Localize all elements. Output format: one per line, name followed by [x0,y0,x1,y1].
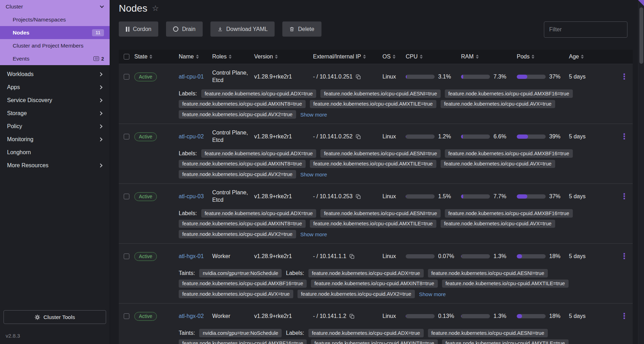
node-ip: - / 10.141.0.253 [313,193,352,200]
label-badge: feature.node.kubernetes.io/cpu-cpuid.AMX… [179,100,306,108]
sort-icon [532,55,534,59]
sidebar-item-label: Monitoring [7,136,33,143]
download-yaml-button[interactable]: Download YAML [210,21,275,37]
favorite-star-icon[interactable]: ☆ [152,4,159,13]
row-actions-button[interactable]: ⋮ [616,312,632,320]
row-checkbox[interactable] [124,74,129,80]
copy-icon[interactable] [349,254,355,259]
drain-button[interactable]: Drain [166,21,202,37]
column-header-cpu[interactable]: CPU [406,54,461,60]
meter-value: 1.5% [438,193,451,200]
cluster-tools-button[interactable]: Cluster Tools [4,310,106,324]
sidebar-item-cluster-and-project-members[interactable]: Cluster and Project Members [0,39,110,52]
cpu-meter: 1.5% [406,193,461,200]
trash-icon [289,26,294,32]
scrollbar[interactable] [638,0,644,344]
meter-value: 0.07% [438,253,454,259]
sidebar-item-service-discovery[interactable]: Service Discovery [0,94,110,107]
row-actions-button[interactable]: ⋮ [616,252,632,260]
label-badge: feature.node.kubernetes.io/cpu-cpuid.AVX… [179,110,296,119]
node-roles: Control Plane, Etcd [212,69,254,84]
column-header-label: External/Internal IP [313,54,361,60]
row-checkbox-cell [119,74,134,80]
sidebar-item-storage[interactable]: Storage [0,107,110,120]
column-header-ram[interactable]: RAM [461,54,517,60]
row-actions-button[interactable]: ⋮ [616,193,632,200]
label-badge: feature.node.kubernetes.io/cpu-cpuid.AVX… [179,230,296,238]
node-roles: Control Plane, Etcd [212,189,254,204]
node-name-link[interactable]: atl-cpu-01 [179,74,204,80]
copy-icon[interactable] [356,74,361,80]
delete-button[interactable]: Delete [282,21,321,37]
toolbar: Cordon Drain Download YAML Delete [119,21,633,38]
copy-icon[interactable] [356,194,361,199]
node-name-link[interactable]: atl-cpu-03 [179,193,204,199]
ram-meter: 6.6% [461,133,517,140]
label-badge: feature.node.kubernetes.io/cpu-cpuid.AVX… [441,100,555,108]
state-cell: Active [134,73,179,81]
node-main-row: Active atl-cpu-02 Control Plane, Etcd v1… [119,124,633,149]
pods-meter: 18% [517,253,569,259]
drain-label: Drain [182,26,195,32]
select-all-checkbox[interactable] [124,54,129,60]
app-root: Cluster Projects/NamespacesNodes11Cluste… [0,0,644,344]
sidebar-item-policy[interactable]: Policy [0,120,110,133]
row-checkbox[interactable] [124,254,129,259]
meter-value: 1.3% [493,313,506,319]
column-header-state[interactable]: State [134,54,179,60]
sidebar-item-workloads[interactable]: Workloads [0,68,110,81]
row-actions-button[interactable]: ⋮ [616,133,632,140]
cordon-button[interactable]: Cordon [119,21,158,37]
tools-icon [35,314,40,320]
column-header-age[interactable]: Age [569,54,616,60]
label-badge: feature.node.kubernetes.io/cpu-cpuid.AMX… [179,220,306,228]
sidebar-group-cluster[interactable]: Cluster [0,0,110,13]
sidebar-item-monitoring[interactable]: Monitoring [0,133,110,146]
node-age: 5 days [569,133,616,140]
sidebar-item-events[interactable]: Events2 [0,52,110,65]
label-badge: feature.node.kubernetes.io/cpu-cpuid.AVX… [179,290,293,298]
meter-value: 37% [549,193,560,200]
show-more-link[interactable]: Show more [419,291,446,297]
show-more-link[interactable]: Show more [300,112,327,118]
column-header-label: OS [382,54,391,60]
column-header-external-internal-ip[interactable]: External/Internal IP [313,54,382,60]
meter-value: 1.2% [438,133,451,140]
meter-fill [517,314,522,318]
copy-icon[interactable] [349,314,355,319]
row-checkbox[interactable] [124,313,129,319]
meter-track [517,254,546,258]
row-checkbox[interactable] [124,134,129,139]
sidebar-item-longhorn[interactable]: Longhorn [0,146,110,159]
show-more-link[interactable]: Show more [300,231,327,237]
column-header-os[interactable]: OS [382,54,406,60]
sidebar-item-projects-namespaces[interactable]: Projects/Namespaces [0,13,110,26]
row-checkbox[interactable] [124,194,129,199]
node-age: 5 days [569,74,616,80]
node-name-link[interactable]: atl-hgx-01 [179,253,204,259]
sidebar-item-apps[interactable]: Apps [0,81,110,94]
row-actions-button[interactable]: ⋮ [616,73,632,81]
node-name-link[interactable]: atl-hgx-02 [179,313,204,319]
scrollbar-thumb[interactable] [639,7,643,64]
copy-icon[interactable] [356,134,361,139]
filter-input[interactable] [544,21,627,38]
meter-value: 3.1% [438,74,451,80]
meter-fill [517,135,528,139]
column-header-pods[interactable]: Pods [517,54,569,60]
ip-cell: - / 10.141.0.251 [313,74,382,80]
label-badge: feature.node.kubernetes.io/cpu-cpuid.AES… [320,89,440,98]
name-cell: atl-cpu-02 [179,133,212,140]
column-header-name[interactable]: Name [179,54,212,60]
sidebar-item-nodes[interactable]: Nodes11 [0,26,110,39]
ram-meter: 1.3% [461,313,517,319]
label-badge: feature.node.kubernetes.io/cpu-cpuid.AMX… [442,280,569,288]
show-more-link[interactable]: Show more [300,171,327,177]
meter-fill [406,135,406,139]
chevron-right-icon [98,85,102,89]
column-header-version[interactable]: Version [254,54,313,60]
label-badge: feature.node.kubernetes.io/cpu-cpuid.AMX… [445,89,573,98]
sidebar-item-more-resources[interactable]: More Resources [0,159,110,172]
node-name-link[interactable]: atl-cpu-02 [179,133,204,139]
column-header-roles[interactable]: Roles [212,54,254,60]
